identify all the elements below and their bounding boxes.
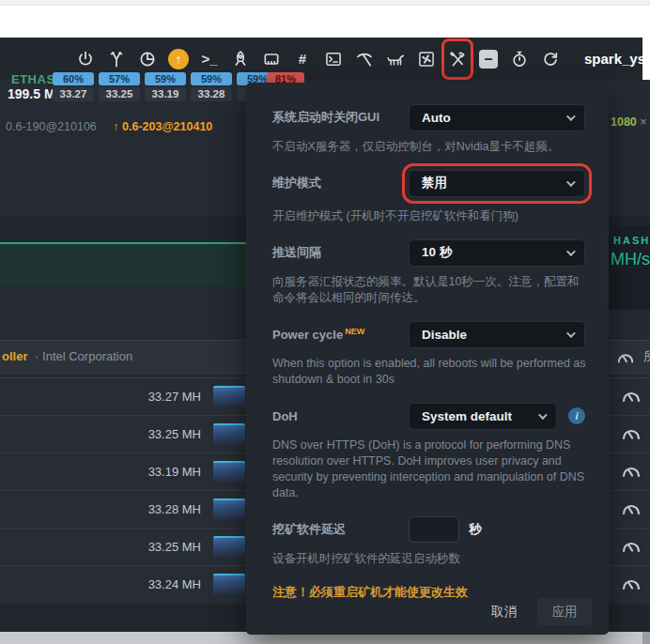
pci-device-name-fragment: oller <box>2 349 27 363</box>
cancel-button[interactable]: 取消 <box>491 604 517 621</box>
field-description: When this option is enabled, all reboots… <box>272 356 586 388</box>
worker-name[interactable]: spark_ysh <box>584 51 650 67</box>
new-badge: NEW <box>345 327 364 336</box>
gpu-stat-column: 57% 33.25 <box>99 72 140 101</box>
gpu-load-badge: 57% <box>99 72 140 85</box>
gpu-hash-badge: 33.25 <box>99 87 140 101</box>
field-label: Power cycleNEW <box>272 327 409 342</box>
field-description: 开启维护模式 (开机时不开启挖矿软件和看门狗) <box>272 208 586 224</box>
settings-panel: 系统启动时关闭GUI Auto 不启动X服务器，仅启动控制台，对Nvidia显卡… <box>246 83 609 635</box>
gpu-load-badge: 59% <box>191 72 232 85</box>
hashrate-sparkline <box>213 386 245 407</box>
gauge-icon <box>620 498 642 517</box>
field-doh: DoH System default i DNS over HTTPS (DoH… <box>272 402 586 501</box>
field-label: 维护模式 <box>272 175 409 192</box>
field-gui-shutdown: 系统启动时关闭GUI Auto 不启动X服务器，仅启动控制台，对Nvidia显卡… <box>272 103 586 155</box>
gpu-hash-badge: 33.27 <box>53 87 94 101</box>
gauge-icon <box>620 574 642 592</box>
gpu-hash-badge: 33.19 <box>145 87 186 101</box>
maintenance-mode-select[interactable]: 禁用 <box>409 170 585 197</box>
field-description: 向服务器汇报状态的频率。默认是10秒一次。注意，配置和命令将会以相同的时间传达。 <box>272 274 586 306</box>
hashrate-sparkline <box>213 574 245 595</box>
current-version: 0.6-190@210106 <box>6 120 97 133</box>
hashrate-sparkline <box>213 536 245 558</box>
push-interval-select[interactable]: 10 秒 <box>409 239 585 267</box>
gpu-hashrate: 33.25 MH <box>148 540 201 554</box>
page-top-whitespace <box>0 7 650 38</box>
chevron-down-icon <box>566 177 576 187</box>
chevron-down-icon <box>566 112 576 121</box>
resolution-rest: × 6 <box>640 115 650 129</box>
panel-footer: 取消 应用 <box>491 598 592 625</box>
field-miner-delay: 挖矿软件延迟 秒 设备开机时挖矿软件的延迟启动秒数 <box>272 515 586 567</box>
mining-dashboard: ↑ >_ # – spark <box>0 0 650 644</box>
selected-value: Disable <box>422 328 467 342</box>
selected-value: Auto <box>422 111 451 125</box>
hashrate-column-header: HASH MH/s <box>609 225 650 310</box>
hash-header-label: HASH <box>613 235 650 246</box>
chevron-down-icon <box>566 247 576 256</box>
field-power-cycle: Power cycleNEW Disable When this option … <box>272 320 586 388</box>
selected-value: 禁用 <box>422 175 447 192</box>
gpu-hash-badge: 33.28 <box>191 87 232 101</box>
gpu-hashrate: 33.19 MH <box>148 465 201 479</box>
hashrate-sparkline <box>213 498 245 520</box>
hashrate-sparkline <box>213 461 245 483</box>
gpu-hashrate: 33.24 MH <box>148 577 201 591</box>
gpu-stat-column: 59% 33.19 <box>145 72 186 101</box>
pci-right-cn-fragment: 所 <box>643 341 650 373</box>
gpu-load-badge: 60% <box>53 72 94 85</box>
selected-value: System default <box>422 409 512 423</box>
field-label: 推送间隔 <box>272 244 409 261</box>
field-description: 设备开机时挖矿软件的延迟启动秒数 <box>272 551 586 567</box>
chevron-down-icon <box>538 410 548 420</box>
gpu-stat-column: 59% 33.28 <box>191 72 232 101</box>
unit-label: 秒 <box>469 521 482 538</box>
gpu-stat-column: 60% 33.27 <box>53 72 94 101</box>
gauge-icon <box>620 536 642 555</box>
apply-button[interactable]: 应用 <box>537 598 592 625</box>
resolution-value: 1080 <box>611 115 637 129</box>
gpu-load-badge: 59% <box>145 72 186 85</box>
gauge-icon <box>620 386 642 405</box>
field-label: 系统启动时关闭GUI <box>272 109 409 126</box>
gpu-hashrate: 33.25 MH <box>148 427 201 441</box>
pci-vendor: · Intel Corporation <box>35 349 132 363</box>
gpu-hashrate: 33.28 MH <box>148 502 201 516</box>
agent-version-row: 0.6-190@210106 ↑ 0.6-203@210410 <box>6 120 212 133</box>
field-maintenance-mode: 维护模式 禁用 开启维护模式 (开机时不开启挖矿软件和看门狗) <box>272 169 586 224</box>
chevron-down-icon <box>566 329 576 338</box>
field-label: DoH <box>272 409 409 423</box>
hash-header-unit: MH/s <box>611 250 650 269</box>
gui-shutdown-select[interactable]: Auto <box>409 104 585 131</box>
gauge-icon <box>620 423 642 442</box>
doh-select[interactable]: System default <box>409 403 557 430</box>
field-push-interval: 推送间隔 10 秒 向服务器汇报状态的频率。默认是10秒一次。注意，配置和命令将… <box>272 238 586 306</box>
info-icon[interactable]: i <box>568 407 585 424</box>
available-version-link[interactable]: ↑ 0.6-203@210410 <box>113 120 212 133</box>
field-description: 不启动X服务器，仅启动控制台，对Nvidia显卡不超频。 <box>272 139 586 155</box>
scrollbar-end-cap <box>642 632 650 644</box>
gpu-hashrate: 33.27 MH <box>148 390 201 404</box>
miner-delay-input[interactable] <box>409 516 459 543</box>
gauge-icon <box>615 348 636 365</box>
browser-top-strip <box>0 0 650 6</box>
resolution-fragment: 1080 × 6 <box>611 115 650 129</box>
minus-glyph: – <box>479 50 498 69</box>
field-description: DNS over HTTPS (DoH) is a protocol for p… <box>272 437 586 501</box>
power-cycle-select[interactable]: Disable <box>409 321 585 348</box>
upgrade-arrow: ↑ <box>168 49 189 69</box>
field-label: 挖矿软件延迟 <box>272 521 409 538</box>
hashrate-sparkline <box>213 423 245 445</box>
gauge-icon <box>620 461 642 480</box>
selected-value: 10 秒 <box>422 244 452 261</box>
